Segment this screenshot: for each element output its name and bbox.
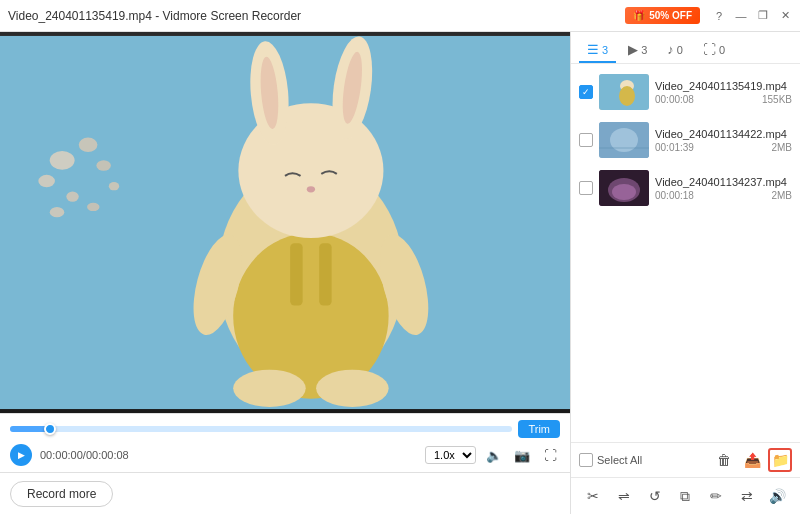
window-controls: ? — ❐ ✕ bbox=[712, 9, 792, 23]
fullscreen-icon[interactable]: ⛶ bbox=[540, 445, 560, 465]
file-thumb-1 bbox=[599, 74, 649, 110]
svg-point-5 bbox=[66, 191, 78, 201]
tab-play[interactable]: ▶ 3 bbox=[620, 38, 655, 63]
video-content bbox=[0, 32, 570, 413]
restore-button[interactable]: ❐ bbox=[756, 9, 770, 23]
play-button[interactable]: ▶ bbox=[10, 444, 32, 466]
left-panel: Trim ▶ 00:00:00/00:00:08 1.0x 0.5x 1.5x … bbox=[0, 32, 570, 514]
bottom-bar: Record more bbox=[0, 472, 570, 514]
file-size-3: 2MB bbox=[771, 190, 792, 201]
adjust-tool[interactable]: ⇌ bbox=[611, 483, 637, 509]
right-bottom: Select All 🗑 📤 📁 ✂ ⇌ ↺ ⧉ ✏ ⇄ 🔊 bbox=[571, 442, 800, 514]
video-area bbox=[0, 32, 570, 413]
file-name-2: Video_240401134422.mp4 bbox=[655, 128, 792, 140]
select-all-checkbox[interactable] bbox=[579, 453, 593, 467]
svg-point-2 bbox=[79, 138, 98, 153]
export-button[interactable]: 📤 bbox=[740, 448, 764, 472]
svg-point-27 bbox=[610, 128, 638, 152]
record-more-button[interactable]: Record more bbox=[10, 481, 113, 507]
file-info-3: Video_240401134237.mp4 00:00:18 2MB bbox=[655, 176, 792, 201]
file-thumb-3 bbox=[599, 170, 649, 206]
volume-icon[interactable]: 🔈 bbox=[484, 445, 504, 465]
file-name-3: Video_240401134237.mp4 bbox=[655, 176, 792, 188]
play-tab-icon: ▶ bbox=[628, 42, 638, 57]
seek-bar-container[interactable] bbox=[10, 421, 512, 437]
audio-icon: ♪ bbox=[667, 42, 674, 57]
svg-point-16 bbox=[307, 186, 315, 192]
file-info-1: Video_240401135419.mp4 00:00:08 155KB bbox=[655, 80, 792, 105]
file-duration-2: 00:01:39 bbox=[655, 142, 694, 153]
svg-point-8 bbox=[87, 203, 99, 211]
file-meta-3: 00:00:18 2MB bbox=[655, 190, 792, 201]
svg-rect-18 bbox=[319, 243, 331, 305]
camera-icon[interactable]: 📷 bbox=[512, 445, 532, 465]
svg-point-1 bbox=[50, 151, 75, 170]
play-count: 3 bbox=[641, 44, 647, 56]
delete-button[interactable]: 🗑 bbox=[712, 448, 736, 472]
image-icon: ⛶ bbox=[703, 42, 716, 57]
list-item[interactable]: Video_240401134237.mp4 00:00:18 2MB bbox=[571, 164, 800, 212]
svg-point-7 bbox=[50, 207, 65, 217]
minimize-button[interactable]: — bbox=[734, 9, 748, 23]
file-list: ✓ Video_240401135419.mp4 00:00:08 155KB bbox=[571, 64, 800, 442]
svg-point-3 bbox=[38, 175, 55, 187]
file-size-1: 155KB bbox=[762, 94, 792, 105]
file-meta-1: 00:00:08 155KB bbox=[655, 94, 792, 105]
trim-button[interactable]: Trim bbox=[518, 420, 560, 438]
title-bar: Video_240401135419.mp4 - Vidmore Screen … bbox=[0, 0, 800, 32]
file-duration-3: 00:00:18 bbox=[655, 190, 694, 201]
convert-tool[interactable]: ⇄ bbox=[734, 483, 760, 509]
video-frame bbox=[0, 32, 570, 413]
file-checkbox-1[interactable]: ✓ bbox=[579, 85, 593, 99]
file-checkbox-2[interactable] bbox=[579, 133, 593, 147]
file-thumb-2 bbox=[599, 122, 649, 158]
gift-icon: 🎁 bbox=[633, 10, 645, 21]
right-panel: ☰ 3 ▶ 3 ♪ 0 ⛶ 0 ✓ bbox=[570, 32, 800, 514]
window-title: Video_240401135419.mp4 - Vidmore Screen … bbox=[8, 9, 625, 23]
help-icon[interactable]: ? bbox=[712, 9, 726, 23]
svg-point-19 bbox=[233, 370, 306, 407]
copy-tool[interactable]: ⧉ bbox=[672, 483, 698, 509]
seek-track[interactable] bbox=[10, 426, 512, 432]
tab-image[interactable]: ⛶ 0 bbox=[695, 38, 733, 63]
speed-select[interactable]: 1.0x 0.5x 1.5x 2.0x bbox=[425, 446, 476, 464]
list-item[interactable]: Video_240401134422.mp4 00:01:39 2MB bbox=[571, 116, 800, 164]
svg-point-6 bbox=[109, 182, 119, 190]
svg-point-4 bbox=[96, 160, 111, 170]
close-button[interactable]: ✕ bbox=[778, 9, 792, 23]
svg-point-20 bbox=[316, 370, 389, 407]
file-meta-2: 00:01:39 2MB bbox=[655, 142, 792, 153]
tab-bar: ☰ 3 ▶ 3 ♪ 0 ⛶ 0 bbox=[571, 32, 800, 64]
svg-point-25 bbox=[619, 86, 635, 106]
seek-bar-row: Trim bbox=[10, 420, 560, 438]
playback-row: ▶ 00:00:00/00:00:08 1.0x 0.5x 1.5x 2.0x … bbox=[10, 444, 560, 466]
select-all-label: Select All bbox=[597, 454, 708, 466]
video-count: 3 bbox=[602, 44, 608, 56]
play-icon: ▶ bbox=[18, 450, 25, 460]
file-checkbox-3[interactable] bbox=[579, 181, 593, 195]
file-info-2: Video_240401134422.mp4 00:01:39 2MB bbox=[655, 128, 792, 153]
tab-audio[interactable]: ♪ 0 bbox=[659, 38, 691, 63]
promo-badge[interactable]: 🎁 50% OFF bbox=[625, 7, 700, 24]
edit-tool[interactable]: ✏ bbox=[703, 483, 729, 509]
video-list-icon: ☰ bbox=[587, 42, 599, 57]
file-duration-1: 00:00:08 bbox=[655, 94, 694, 105]
list-item[interactable]: ✓ Video_240401135419.mp4 00:00:08 155KB bbox=[571, 68, 800, 116]
cut-tool[interactable]: ✂ bbox=[580, 483, 606, 509]
file-name-1: Video_240401135419.mp4 bbox=[655, 80, 792, 92]
svg-point-31 bbox=[612, 184, 636, 200]
select-all-row: Select All 🗑 📤 📁 bbox=[571, 443, 800, 478]
current-time: 00:00:00 bbox=[40, 449, 83, 461]
tab-video[interactable]: ☰ 3 bbox=[579, 38, 616, 63]
rotate-tool[interactable]: ↺ bbox=[642, 483, 668, 509]
file-size-2: 2MB bbox=[771, 142, 792, 153]
svg-rect-17 bbox=[290, 243, 302, 305]
volume-tool[interactable]: 🔊 bbox=[765, 483, 791, 509]
time-display: 00:00:00/00:00:08 bbox=[40, 449, 129, 461]
seek-thumb[interactable] bbox=[44, 423, 56, 435]
controls-area: Trim ▶ 00:00:00/00:00:08 1.0x 0.5x 1.5x … bbox=[0, 413, 570, 472]
main-content: Trim ▶ 00:00:00/00:00:08 1.0x 0.5x 1.5x … bbox=[0, 32, 800, 514]
promo-text: 50% OFF bbox=[649, 10, 692, 21]
image-count: 0 bbox=[719, 44, 725, 56]
folder-button[interactable]: 📁 bbox=[768, 448, 792, 472]
